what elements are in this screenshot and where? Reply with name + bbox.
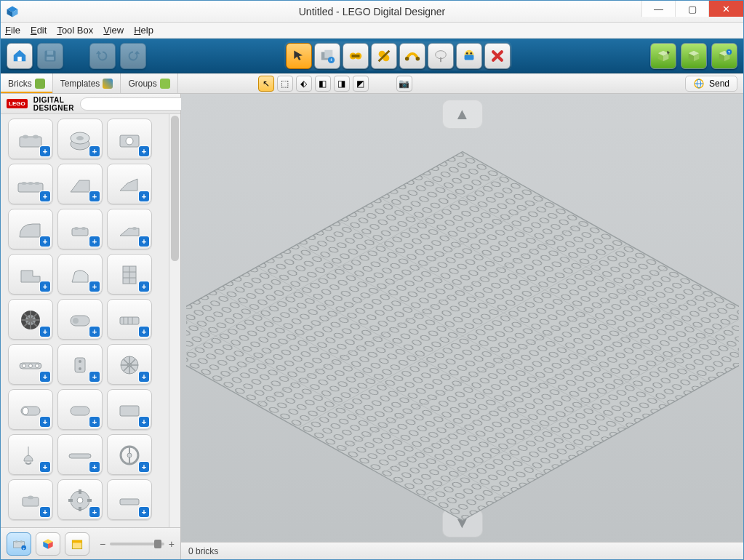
select-connected-tool[interactable]: ⬖ [296,76,312,92]
brick-brick-angled[interactable]: + [107,164,152,204]
hinge-tool[interactable] [343,43,369,69]
svg-point-45 [126,137,133,145]
zoom-in-button[interactable]: + [169,538,175,550]
select-invert-tool[interactable]: ◩ [353,76,369,92]
menu-file[interactable]: File [5,25,20,36]
clone-tool[interactable]: + [314,43,340,69]
tab-groups-label: Groups [128,79,156,89]
brick-technic-pin[interactable]: + [57,344,103,385]
save-button[interactable] [37,43,63,69]
select-shape-tool[interactable]: ◨ [334,76,350,92]
brick-plate-2x2[interactable]: + [57,209,103,249]
palette-view-bricks[interactable]: + [7,532,31,556]
statusbar: 0 bricks [181,542,743,559]
hinge-align-tool[interactable] [371,43,397,69]
menu-help[interactable]: Help [134,25,153,36]
select-tool[interactable] [286,43,312,69]
workspace: LEGO DIGITAL DESIGNER ◂◂ +++++++++++++++… [1,94,743,559]
canvas[interactable]: ▲ ◀ ▶ ▼ [181,94,743,559]
brick-brick-1x2[interactable]: + [8,479,53,520]
screenshot-tool[interactable]: 📷 [396,76,412,92]
brick-wedge-plate[interactable]: + [107,209,152,249]
add-icon: + [40,462,50,472]
svg-text:+: + [329,57,332,63]
selection-tools: ↖ ⬚ ⬖ ◧ ◨ ◩ 📷 [258,76,412,92]
brick-brick-2x4[interactable]: + [8,119,53,159]
brick-engine[interactable]: + [57,299,103,340]
window-title: Untitled - LEGO Digital Designer [1,6,743,17]
brick-wheel[interactable]: + [8,299,53,340]
brick-axle[interactable]: + [57,434,103,475]
palette-view-sets[interactable] [65,532,89,556]
brick-panel-flat[interactable]: + [107,389,152,430]
palette-scrollbar[interactable] [169,114,180,527]
svg-rect-66 [120,317,139,324]
brick-grille-tile[interactable]: + [107,299,152,340]
brick-round-tube[interactable]: + [57,389,103,430]
brick-seat[interactable]: + [57,254,103,295]
home-button[interactable] [7,43,33,69]
brick-gear[interactable]: + [107,344,152,385]
svg-point-53 [132,227,137,230]
titlebar: Untitled - LEGO Digital Designer — ▢ ✕ [1,1,743,23]
brick-brick-technic-1x2[interactable]: + [107,119,152,159]
flex-tool[interactable] [399,43,425,69]
brick-door-panel[interactable]: + [107,254,152,295]
brick-slope-2x2[interactable]: + [57,164,103,204]
brick-cog-large[interactable]: + [57,479,103,520]
product-label: DIGITAL DESIGNER [33,96,74,112]
minimize-button[interactable]: — [641,1,675,17]
paint-tool[interactable] [428,43,454,69]
add-icon: + [40,191,50,201]
svg-point-40 [33,135,39,139]
menu-toolbox[interactable]: Tool Box [57,25,93,36]
undo-button[interactable] [89,43,116,69]
maximize-button[interactable]: ▢ [675,1,708,17]
tab-groups[interactable]: Groups [121,73,177,93]
select-multi-tool[interactable]: ⬚ [277,76,293,92]
side-panel: LEGO DIGITAL DESIGNER ◂◂ +++++++++++++++… [1,94,181,559]
add-icon: + [139,507,149,517]
add-icon: + [139,146,149,156]
add-icon: + [89,462,100,472]
camera-up-button[interactable]: ▲ [442,100,483,129]
svg-rect-5 [47,50,53,55]
svg-point-102 [20,540,23,543]
brick-icon [35,79,45,89]
brick-brick-2x6[interactable]: + [8,164,53,204]
zoom-slider[interactable] [110,543,164,545]
menu-edit[interactable]: Edit [31,25,47,36]
tool-group: + [284,41,512,71]
redo-button[interactable] [120,43,146,69]
brick-bar-tool[interactable]: + [8,434,53,475]
add-icon: + [40,146,50,156]
select-color-tool[interactable]: ◧ [315,76,331,92]
menu-view[interactable]: View [103,25,124,36]
delete-tool[interactable] [484,43,511,69]
building-guide-button[interactable]: ? [711,43,737,69]
svg-rect-96 [68,499,73,502]
add-icon: + [40,507,50,517]
brick-arch-curved[interactable]: + [8,209,53,249]
close-button[interactable]: ✕ [708,1,743,17]
hide-tool[interactable] [456,43,482,69]
zoom-out-button[interactable]: − [100,538,105,550]
secondary-toolbar: Bricks Templates Groups ↖ ⬚ ⬖ ◧ ◨ ◩ 📷 [1,73,743,94]
app-icon [5,4,20,19]
svg-rect-87 [69,454,91,458]
select-single-tool[interactable]: ↖ [258,76,274,92]
send-button[interactable]: Send [685,76,737,92]
svg-text:+: + [23,545,25,550]
tab-templates[interactable]: Templates [53,73,121,93]
brick-technic-beam[interactable]: + [8,344,53,385]
svg-point-16 [405,56,409,60]
brick-brick-round-2x2[interactable]: + [57,119,103,159]
brick-frame-round[interactable]: + [107,434,152,475]
brick-round-tube-open[interactable]: + [8,389,53,430]
brick-bracket[interactable]: + [8,254,53,295]
brick-tile-1x2[interactable]: + [107,479,152,520]
view-mode-button[interactable] [681,43,707,69]
build-mode-button[interactable] [650,43,676,69]
tab-bricks[interactable]: Bricks [1,73,53,93]
palette-view-colored[interactable] [36,532,60,556]
